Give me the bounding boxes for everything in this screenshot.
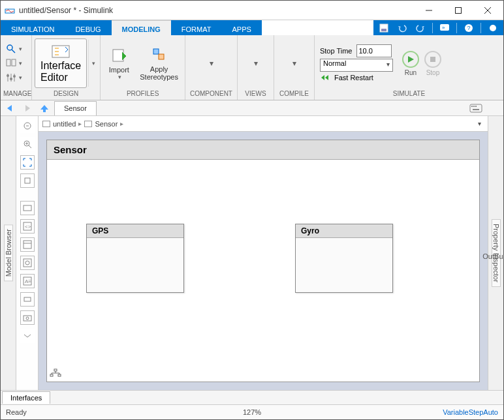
svg-rect-24 — [153, 49, 159, 54]
hierarchy-icon[interactable] — [50, 368, 63, 379]
breadcrumb-root-label: untitled — [53, 120, 76, 128]
block-gps[interactable]: GPS — [86, 224, 184, 293]
svg-rect-47 — [24, 297, 31, 301]
undo-icon[interactable] — [396, 22, 409, 35]
ribbon-group-manage-label: MANAGE — [3, 90, 29, 98]
compare-icon[interactable]: ▾ — [6, 57, 23, 69]
viewmark-icon[interactable] — [20, 256, 35, 270]
svg-point-21 — [13, 75, 16, 78]
svg-point-20 — [10, 78, 12, 80]
svg-rect-26 — [430, 57, 435, 62]
status-bar: Ready 127% VariableStepAuto — [1, 404, 503, 419]
model-browser-label: Model Browser — [4, 224, 13, 281]
keyboard-icon[interactable] — [469, 104, 482, 113]
tab-interfaces[interactable]: Interfaces — [2, 391, 50, 404]
import-label: Import — [109, 66, 129, 74]
svg-rect-27 — [470, 104, 482, 112]
nav-forward-icon[interactable] — [20, 102, 35, 115]
breadcrumb-sensor[interactable]: Sensor — [84, 120, 118, 128]
image-icon[interactable] — [20, 237, 35, 252]
tune-icon[interactable]: ▾ — [6, 72, 23, 83]
fast-restart-label[interactable]: Fast Restart — [334, 74, 373, 82]
tab-interfaces-label: Interfaces — [10, 394, 42, 402]
model-browser-rail[interactable]: Model Browser — [1, 116, 16, 390]
maximize-button[interactable] — [443, 1, 473, 20]
nav-back-icon[interactable] — [3, 102, 18, 115]
svg-point-19 — [7, 74, 9, 77]
svg-point-11 — [490, 25, 496, 31]
svg-text:»: » — [442, 25, 445, 31]
area-icon[interactable]: <> — [20, 219, 35, 233]
close-button[interactable] — [473, 1, 502, 20]
find-icon[interactable]: ▾ — [6, 43, 23, 55]
svg-rect-14 — [7, 59, 10, 66]
tab-format[interactable]: FORMAT — [171, 20, 222, 35]
ribbon-group-compile-label: COMPILE — [277, 90, 311, 98]
views-dropdown[interactable]: ▾ — [240, 56, 271, 70]
nav-tab-sensor[interactable]: Sensor — [54, 101, 97, 115]
navigation-bar: Sensor — [1, 100, 503, 116]
ribbon-group-simulate-label: SIMULATE — [317, 90, 501, 98]
svg-rect-41 — [24, 241, 31, 248]
svg-point-44 — [25, 261, 29, 265]
block-gyro[interactable]: Gyro — [295, 224, 393, 293]
fit-to-view-icon[interactable] — [20, 155, 35, 170]
stop-time-input[interactable] — [356, 44, 392, 57]
apply-stereotypes-button[interactable]: Apply Stereotypes — [136, 43, 182, 83]
svg-rect-38 — [24, 205, 31, 211]
interface-editor-icon — [51, 43, 71, 60]
titlebar: untitled/Sensor * - Simulink — [1, 1, 503, 20]
outport-label: OutBus — [482, 252, 504, 260]
status-solver[interactable]: VariableStepAuto — [443, 408, 498, 416]
help-icon[interactable]: ? — [462, 22, 475, 35]
breadcrumb-root[interactable]: untitled — [42, 120, 76, 128]
minimize-button[interactable] — [414, 1, 443, 20]
fullscreen-icon[interactable] — [486, 22, 499, 35]
outport-outbus[interactable]: OutBus — [482, 251, 504, 262]
quick-access-toolbar: » ? — [373, 20, 503, 35]
svg-rect-28 — [471, 106, 473, 107]
shortcuts-icon[interactable]: » — [438, 22, 451, 35]
import-button[interactable]: Import ▾ — [103, 44, 134, 83]
model-canvas[interactable]: Sensor GPS Gyro OutBus — [46, 140, 480, 382]
tab-apps[interactable]: APPS — [221, 20, 261, 35]
save-icon[interactable] — [377, 22, 390, 35]
svg-rect-25 — [159, 54, 164, 59]
stop-label: Stop — [426, 69, 440, 76]
interface-editor-label: Interface Editor — [40, 60, 81, 83]
screenshot-icon[interactable] — [20, 310, 35, 325]
chevron-right-icon[interactable]: ▸ — [120, 120, 123, 127]
ribbon-group-component-label: COMPONENT — [188, 90, 234, 98]
box-icon[interactable] — [20, 292, 35, 307]
tab-modeling[interactable]: MODELING — [112, 20, 171, 35]
zoom-in-icon[interactable] — [20, 137, 35, 151]
annotation-icon[interactable] — [20, 201, 35, 215]
ribbon-group-views-label: VIEWS — [240, 90, 271, 98]
breadcrumb-dropdown-icon[interactable]: ▾ — [478, 120, 481, 127]
chevron-right-icon[interactable]: ▸ — [78, 120, 82, 127]
zoom-normal-icon[interactable] — [20, 173, 35, 188]
subsystem-icon — [84, 121, 92, 127]
palette-more-icon[interactable] — [20, 329, 35, 343]
text-icon[interactable]: A≡ — [20, 274, 35, 288]
status-zoom[interactable]: 127% — [243, 408, 261, 416]
simulation-mode-select[interactable]: Normal — [320, 59, 393, 72]
fast-restart-icon[interactable] — [320, 73, 330, 82]
hide-browser-icon[interactable] — [20, 119, 35, 133]
component-dropdown[interactable]: ▾ — [195, 56, 227, 70]
design-gallery-dropdown[interactable]: ▾ — [88, 40, 97, 87]
redo-icon[interactable] — [414, 22, 427, 35]
window-title: untitled/Sensor * - Simulink — [19, 6, 414, 15]
svg-rect-22 — [52, 46, 69, 57]
stop-button[interactable]: Stop — [424, 51, 441, 76]
import-icon — [110, 46, 128, 65]
svg-rect-23 — [113, 50, 123, 61]
tab-simulation[interactable]: SIMULATION — [1, 20, 65, 35]
ribbon: ▾ ▾ ▾ MANAGE Interface Editor ▾ DESIGN I… — [1, 35, 503, 100]
compile-dropdown[interactable]: ▾ — [278, 56, 309, 70]
run-button[interactable]: Run — [402, 51, 419, 76]
tab-debug[interactable]: DEBUG — [65, 20, 111, 35]
nav-up-icon[interactable] — [37, 102, 52, 115]
interface-editor-button[interactable]: Interface Editor — [35, 38, 87, 88]
ribbon-tabstrip: SIMULATION DEBUG MODELING FORMAT APPS » … — [1, 20, 503, 35]
